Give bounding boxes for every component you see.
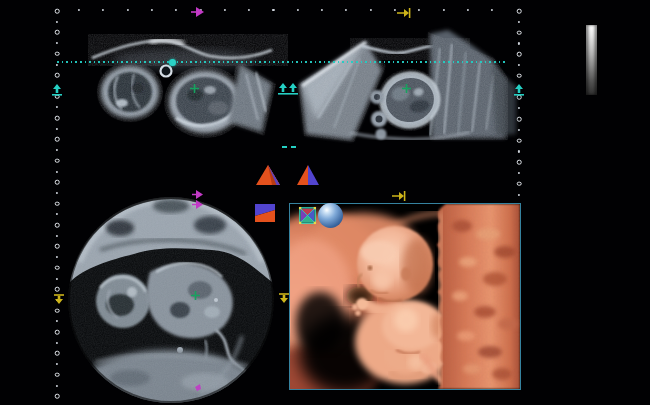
plane-a-orientation-marker	[191, 7, 205, 17]
ruler-tick	[321, 9, 323, 11]
ruler-tick	[56, 21, 58, 23]
ruler-tick	[55, 266, 60, 271]
ruler-tick	[55, 223, 60, 228]
focus-caret-right[interactable]	[514, 84, 524, 96]
3d-render-box[interactable]	[289, 203, 521, 390]
ruler-tick	[518, 194, 520, 196]
ruler-tick	[56, 363, 58, 365]
plane-a-2d-image[interactable]	[58, 24, 312, 144]
ruler-tick	[55, 287, 60, 292]
ruler-tick	[518, 150, 520, 152]
ruler-tick	[55, 373, 60, 378]
ruler-tick	[56, 170, 58, 172]
ruler-tick	[248, 9, 250, 11]
ruler-tick	[55, 159, 60, 164]
plane-a-anatomy	[58, 24, 312, 144]
ruler-tick	[56, 192, 58, 194]
ruler-tick	[467, 9, 469, 11]
orientation-pyramid-b-icon	[296, 163, 320, 187]
ruler-tick	[55, 201, 60, 206]
scanline-dash-marker	[282, 145, 297, 149]
plane-c-anatomy	[64, 194, 280, 405]
plane-c-arrow-top-2	[192, 200, 204, 209]
orientation-cube-icon	[253, 202, 277, 224]
3d-render-anatomy	[290, 204, 520, 389]
orientation-pyramid-a-icon	[255, 163, 281, 187]
ruler-tick	[151, 9, 153, 11]
reference-point-plane-a	[190, 84, 199, 93]
ruler-tick	[418, 9, 420, 11]
ruler-tick	[56, 320, 58, 322]
ruler-tick	[442, 9, 444, 11]
ruler-tick	[127, 9, 129, 11]
ruler-tick	[55, 330, 60, 335]
ruler-tick	[55, 308, 60, 313]
render-box-orientation-marker	[392, 191, 406, 201]
ruler-tick	[517, 160, 522, 165]
ruler-tick	[272, 9, 274, 11]
ruler-tick	[394, 9, 396, 11]
render-box-scan-line	[57, 61, 505, 63]
plane-c-arrow-top-1	[192, 190, 204, 199]
focus-caret-left[interactable]	[52, 84, 62, 96]
render-edge-caret-right[interactable]	[279, 293, 289, 304]
caliper-caret-2[interactable]	[288, 83, 298, 95]
3d-nav-cube-icon	[298, 206, 317, 225]
3d-nav-sphere-icon	[318, 203, 343, 228]
reference-point-plane-b	[402, 84, 411, 93]
ruler-tick	[55, 394, 60, 399]
ruler-tick	[55, 244, 60, 249]
ruler-tick	[517, 9, 522, 14]
ruler-tick	[56, 277, 58, 279]
ruler-tick	[56, 213, 58, 215]
grayscale-map-bar	[586, 25, 597, 95]
reference-point-plane-c	[191, 291, 200, 300]
ruler-tick	[518, 172, 520, 174]
ruler-tick	[345, 9, 347, 11]
ruler-tick	[518, 21, 520, 23]
ruler-tick	[297, 9, 299, 11]
ruler-tick	[56, 384, 58, 386]
ruler-tick	[55, 180, 60, 185]
ruler-tick	[175, 9, 177, 11]
ruler-tick	[56, 149, 58, 151]
caliper-caret-1[interactable]	[278, 83, 288, 95]
ruler-tick	[517, 182, 522, 187]
ruler-tick	[55, 9, 60, 14]
ruler-tick	[370, 9, 372, 11]
plane-c-bottom-marker	[194, 384, 202, 392]
plane-c-2d-image[interactable]	[64, 194, 280, 405]
ruler-tick	[102, 9, 104, 11]
ultrasound-quad-screen	[0, 0, 650, 405]
ruler-tick	[56, 342, 58, 344]
ruler-tick	[224, 9, 226, 11]
ruler-tick	[56, 256, 58, 258]
scan-line-handle[interactable]	[169, 59, 176, 66]
render-edge-caret-left[interactable]	[54, 294, 64, 305]
ruler-tick	[55, 351, 60, 356]
ruler-tick	[491, 9, 493, 11]
ruler-tick	[78, 9, 80, 11]
ruler-tick	[56, 235, 58, 237]
plane-b-orientation-marker	[397, 8, 411, 18]
